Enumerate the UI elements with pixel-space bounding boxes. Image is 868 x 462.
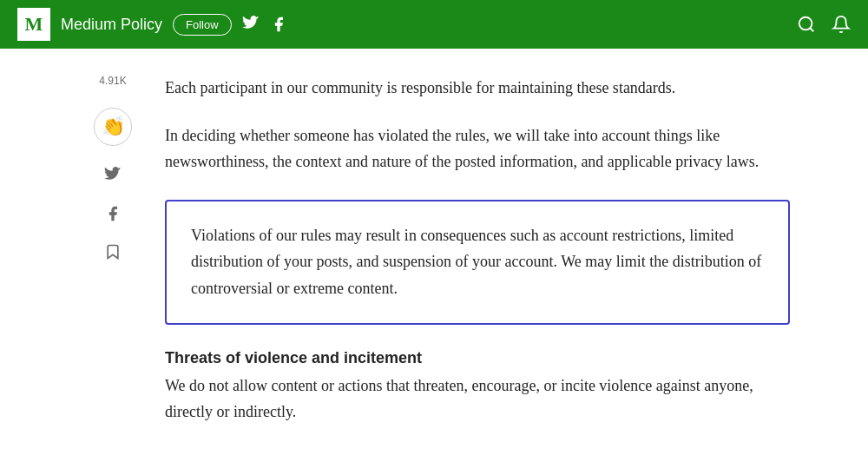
page-wrapper: 4.91K 👏 Each participant in our communit… — [0, 49, 868, 462]
clap-button[interactable]: 👏 — [94, 108, 132, 146]
search-icon[interactable] — [797, 15, 816, 34]
svg-line-1 — [810, 28, 813, 31]
highlighted-text: Violations of our rules may result in co… — [191, 227, 761, 297]
main-content: Each participant in our community is res… — [165, 49, 807, 462]
sidebar: 4.91K 👏 — [61, 49, 165, 462]
facebook-icon[interactable] — [270, 16, 287, 33]
notification-icon[interactable] — [832, 15, 851, 34]
highlighted-box: Violations of our rules may result in co… — [165, 200, 790, 325]
publication-name: Medium Policy — [61, 16, 162, 34]
section-threats: Threats of violence and incitement We do… — [165, 349, 790, 426]
paragraph-2: In deciding whether someone has violated… — [165, 122, 790, 175]
header-left: M Medium Policy Follow — [17, 8, 287, 41]
section-heading: Threats of violence and incitement — [165, 349, 790, 367]
bookmark-icon[interactable] — [104, 243, 122, 261]
social-icons — [242, 16, 287, 33]
facebook-share-icon[interactable] — [104, 205, 122, 222]
section-text: We do not allow content or actions that … — [165, 373, 790, 426]
header-right — [797, 15, 851, 34]
header: M Medium Policy Follow — [0, 0, 868, 49]
medium-logo[interactable]: M — [17, 8, 50, 41]
svg-point-0 — [799, 17, 812, 30]
paragraph-1: Each participant in our community is res… — [165, 75, 790, 102]
clap-count: 4.91K — [99, 75, 126, 87]
twitter-share-icon[interactable] — [104, 167, 122, 184]
follow-button[interactable]: Follow — [173, 14, 232, 36]
clap-icon: 👏 — [102, 116, 125, 138]
twitter-icon[interactable] — [242, 16, 260, 33]
